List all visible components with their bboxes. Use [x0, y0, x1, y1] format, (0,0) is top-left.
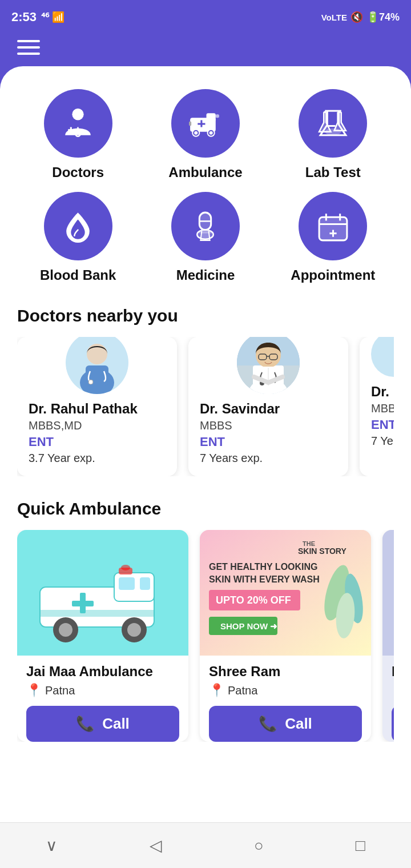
svg-rect-13 — [190, 121, 192, 126]
nav-recent-button[interactable]: □ — [356, 837, 365, 855]
ambulance-image-1 — [17, 530, 188, 656]
doctors-section-title: Doctors nearby you — [17, 306, 394, 326]
appointment-label: Appointment — [291, 267, 375, 283]
doctor-degree-2: MBBS — [200, 419, 337, 432]
doctor-image-2 — [237, 337, 300, 394]
svg-text:SKIN STORY: SKIN STORY — [298, 546, 346, 556]
status-bar: 2:53 ⁴⁶ 📶 VoLTE 🔇 🔋74% — [0, 0, 411, 34]
svg-text:SKIN WITH EVERY WASH: SKIN WITH EVERY WASH — [209, 574, 320, 584]
location-pin-icon-2: 📍 — [209, 683, 224, 698]
ambulance-card-3[interactable]: Dikh 📍 P 📞 — [382, 530, 394, 742]
doctors-label: Doctors — [52, 164, 104, 180]
medicine-icon-circle — [171, 192, 240, 260]
svg-rect-50 — [119, 577, 135, 590]
doctor-avatar-2 — [200, 337, 337, 394]
mute-icon: 🔇 — [350, 11, 363, 23]
blood-label: Blood Bank — [40, 267, 116, 283]
medicine-label: Medicine — [176, 267, 235, 283]
lab-label: Lab Test — [305, 164, 361, 180]
svg-text:SHOP NOW ➜: SHOP NOW ➜ — [220, 621, 277, 631]
svg-rect-23 — [199, 231, 212, 233]
phone-icon-1: 📞 — [76, 715, 94, 733]
doctor-specialty-3: ENT — [371, 417, 394, 432]
ambulance-card-2[interactable]: THE SKIN STORY GET HEALTHY LOOKING SKIN … — [200, 530, 371, 742]
blood-icon-circle — [44, 192, 112, 260]
doctor-card-2[interactable]: Dr. Savindar MBBS ENT 7 Years exp. — [188, 337, 348, 476]
category-medicine[interactable]: Medicine — [144, 192, 266, 283]
ambulance-3-info: Dikh 📍 P 📞 — [382, 656, 394, 742]
doctor-name-2: Dr. Savindar — [200, 401, 337, 417]
ambulance-1-info: Jai Maa Ambulance 📍 Patna 📞 Call — [17, 656, 188, 742]
doctor-card-1[interactable]: Dr. Rahul Pathak MBBS,MD ENT 3.7 Year ex… — [17, 337, 177, 476]
doctors-section: Doctors nearby you — [17, 306, 394, 476]
svg-rect-14 — [216, 114, 219, 118]
svg-point-58 — [127, 623, 141, 637]
lab-icon-circle — [299, 89, 367, 158]
svg-rect-6 — [207, 113, 216, 121]
doctor-avatar-1 — [29, 337, 166, 394]
svg-rect-54 — [40, 610, 154, 617]
doctors-scroll: Dr. Rahul Pathak MBBS,MD ENT 3.7 Year ex… — [17, 337, 394, 476]
ambulance-location-3: 📍 P — [392, 683, 394, 698]
nav-back-arrow[interactable]: ◁ — [150, 836, 162, 855]
svg-text:UPTO 20% OFF: UPTO 20% OFF — [216, 594, 291, 606]
svg-point-56 — [59, 623, 72, 637]
ambulance-location-2: 📍 Patna — [209, 683, 362, 698]
ambulance-card-1[interactable]: Jai Maa Ambulance 📍 Patna 📞 Call — [17, 530, 188, 742]
svg-point-60 — [121, 565, 130, 570]
doctor-degree-3: MBB — [371, 402, 394, 415]
doctor-avatar-3 — [371, 337, 394, 377]
category-grid: Doctors Ambulance — [17, 89, 394, 283]
ambulance-section: Quick Ambulance — [17, 499, 394, 742]
svg-rect-12 — [198, 123, 206, 124]
category-ambulance[interactable]: Ambulance — [144, 89, 266, 180]
volte-icon: VoLTE — [321, 13, 347, 22]
doctor-card-3[interactable]: Dr. MBB ENT 7 Ye — [360, 337, 394, 476]
doctor-name-1: Dr. Rahul Pathak — [29, 401, 166, 417]
ambulance-icon-circle — [171, 89, 240, 158]
doctor-image-3 — [371, 337, 394, 377]
svg-point-34 — [88, 380, 93, 384]
doctors-icon-circle — [44, 89, 112, 158]
hamburger-menu[interactable] — [17, 40, 40, 55]
svg-point-0 — [72, 108, 84, 120]
ambulance-section-title: Quick Ambulance — [17, 499, 394, 519]
main-content: Doctors Ambulance — [0, 66, 411, 866]
doctor-specialty-2: ENT — [200, 435, 337, 449]
svg-point-10 — [209, 131, 213, 134]
doctor-name-3: Dr. — [371, 384, 394, 400]
ambulance-name-2: Shree Ram — [209, 664, 362, 680]
status-left: 2:53 ⁴⁶ 📶 — [11, 10, 65, 25]
svg-rect-53 — [72, 601, 94, 606]
svg-rect-51 — [140, 577, 150, 590]
doctor-exp-2: 7 Years exp. — [200, 452, 337, 465]
status-right: VoLTE 🔇 🔋74% — [321, 11, 400, 23]
ambulance-name-3: Dikh — [392, 664, 394, 680]
ambulance-image-3 — [382, 530, 394, 656]
bottom-nav: ∨ ◁ ○ □ — [0, 822, 411, 868]
call-button-2[interactable]: 📞 Call — [209, 706, 362, 742]
location-pin-icon-1: 📍 — [26, 683, 42, 698]
doctor-image-1 — [66, 337, 128, 394]
category-appointment[interactable]: Appointment — [272, 192, 394, 283]
doctor-specialty-1: ENT — [29, 435, 166, 449]
call-button-1[interactable]: 📞 Call — [26, 706, 179, 742]
ad-image-2: THE SKIN STORY GET HEALTHY LOOKING SKIN … — [200, 530, 371, 656]
category-lab-test[interactable]: Lab Test — [272, 89, 394, 180]
ambulance-name-1: Jai Maa Ambulance — [26, 664, 179, 680]
time-display: 2:53 — [11, 10, 37, 25]
ambulance-label: Ambulance — [168, 164, 242, 180]
svg-point-8 — [195, 131, 198, 134]
phone-icon-2: 📞 — [259, 715, 277, 733]
call-button-3[interactable]: 📞 — [392, 706, 394, 742]
category-blood-bank[interactable]: Blood Bank — [17, 192, 139, 283]
ambulance-scroll: Jai Maa Ambulance 📍 Patna 📞 Call — [17, 530, 394, 742]
signal-icon: ⁴⁶ 📶 — [41, 11, 65, 23]
ambulance-2-info: Shree Ram 📍 Patna 📞 Call — [200, 656, 371, 742]
nav-back-button[interactable]: ∨ — [46, 836, 58, 855]
nav-home-button[interactable]: ○ — [254, 837, 264, 855]
ambulance-location-1: 📍 Patna — [26, 683, 179, 698]
battery-icon: 🔋74% — [366, 11, 400, 23]
category-doctors[interactable]: Doctors — [17, 89, 139, 180]
location-pin-icon-3: 📍 — [392, 683, 394, 698]
